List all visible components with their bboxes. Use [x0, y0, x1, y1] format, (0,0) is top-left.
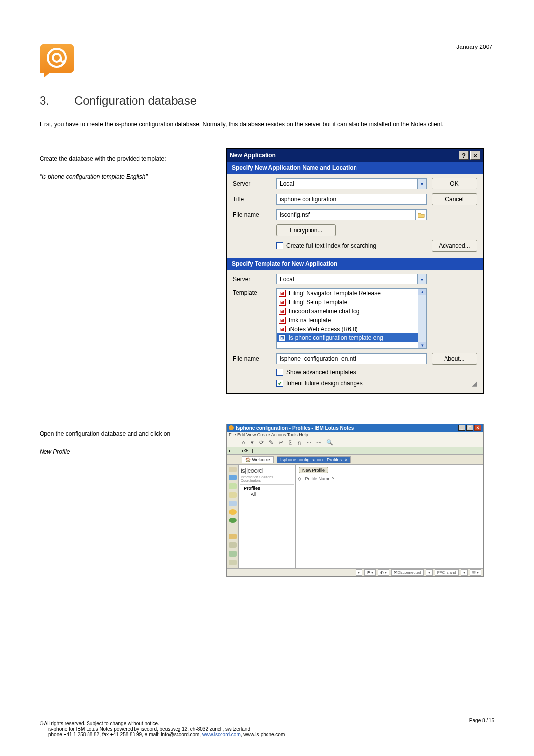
- title-input[interactable]: isphone configuration: [276, 194, 427, 205]
- iconbar-icon[interactable]: [229, 483, 237, 489]
- tab-close-icon[interactable]: ×: [345, 457, 347, 462]
- scrollbar[interactable]: ▴ ▾: [418, 289, 426, 348]
- template-server-dropdown[interactable]: Local ▾: [276, 274, 427, 284]
- footer-copyright: © All rights reserved. Subject to change…: [40, 721, 494, 726]
- about-button[interactable]: About...: [432, 353, 477, 365]
- new-application-dialog: New Application ? × Specify New Applicat…: [226, 148, 484, 394]
- template-icon: ⊞: [279, 290, 286, 297]
- iconbar-icon[interactable]: [229, 467, 237, 472]
- status-seg: ✉ ▾: [470, 569, 481, 576]
- template-name-text: "is-phone configuration template English…: [40, 172, 218, 181]
- document-date: January 2007: [456, 44, 492, 50]
- svg-point-1: [53, 54, 61, 62]
- lotus-side-panel: is||coord Information Solutions Coordina…: [239, 465, 296, 573]
- label-filename: File name: [233, 211, 271, 218]
- logo: [40, 44, 74, 78]
- template-row-selected[interactable]: ⊞is-phone configuration template eng: [277, 333, 426, 342]
- iconbar-icon[interactable]: [229, 551, 237, 556]
- status-seg: ▾: [461, 569, 468, 576]
- at-sign-icon: [45, 47, 68, 69]
- label-server-2: Server: [233, 276, 271, 283]
- template-server-value: Local: [277, 276, 417, 283]
- cancel-button[interactable]: Cancel: [432, 193, 477, 205]
- tab-config[interactable]: Isphone configuration - Profiles×: [277, 456, 351, 463]
- inherit-checkbox-row[interactable]: Inherit future design changes: [276, 380, 427, 387]
- template-icon: ⊞: [279, 308, 286, 315]
- fulltext-label: Create full text index for searching: [286, 242, 376, 249]
- iconbar-icon[interactable]: [229, 501, 237, 506]
- template-icon: ⊞: [279, 326, 286, 332]
- footer-line2: is-phone for IBM Lotus Notes powered by …: [40, 726, 494, 732]
- app-icon: [229, 425, 234, 430]
- close-icon[interactable]: ×: [474, 425, 481, 431]
- help-icon[interactable]: ?: [459, 151, 469, 160]
- template-row[interactable]: ⊞iNotes Web Access (R6.0): [277, 325, 426, 333]
- lotus-toolbar[interactable]: ⌂ ▾ ⟳ ✎ ✂ ⎘ ⎌ ⤺ ⤻ 🔍: [227, 438, 483, 447]
- side-all[interactable]: All: [240, 492, 294, 497]
- lotus-tabs: 🏠 Welcome Isphone configuration - Profil…: [227, 455, 483, 465]
- status-seg: ◐ ▾: [378, 569, 389, 576]
- folder-icon[interactable]: [415, 210, 426, 220]
- svg-point-0: [48, 49, 66, 67]
- minimize-icon[interactable]: _: [458, 425, 465, 431]
- close-icon[interactable]: ×: [470, 151, 480, 160]
- fulltext-checkbox-row[interactable]: Create full text index for searching: [276, 242, 427, 249]
- open-text: Open the configuration database and and …: [40, 429, 218, 438]
- side-profiles[interactable]: Profiles: [240, 485, 294, 492]
- template-row-label: fincoord sametime chat log: [289, 308, 359, 315]
- lotus-notes-screenshot: Isphone configuration - Profiles - IBM L…: [226, 424, 484, 577]
- lotus-title-text: Isphone configuration - Profiles - IBM L…: [236, 425, 354, 431]
- label-title: Title: [233, 196, 271, 203]
- checkbox-icon: [276, 369, 283, 376]
- lotus-iconbar[interactable]: [227, 465, 239, 573]
- iconbar-icon[interactable]: [229, 534, 237, 539]
- chevron-down-icon: ▾: [417, 179, 426, 189]
- advanced-button[interactable]: Advanced...: [432, 240, 477, 252]
- server-dropdown[interactable]: Local ▾: [276, 178, 427, 189]
- tab-welcome[interactable]: 🏠 Welcome: [242, 456, 274, 463]
- status-seg: ▾: [356, 569, 362, 576]
- lotus-menu-bar[interactable]: File Edit View Create Actions Tools Help: [227, 432, 483, 438]
- template-filename-input[interactable]: isphone_configuration_en.ntf: [276, 353, 427, 364]
- iconbar-icon[interactable]: [229, 492, 237, 498]
- footer-link[interactable]: www.iscoord.com: [202, 732, 241, 737]
- lotus-nav-bar[interactable]: ⟵ ⟶ ⟳ |: [227, 447, 483, 455]
- iconbar-icon[interactable]: [229, 518, 237, 523]
- template-row-label: is-phone configuration template eng: [289, 334, 383, 341]
- show-advanced-label: Show advanced templates: [286, 369, 356, 376]
- maximize-icon[interactable]: □: [466, 425, 473, 431]
- template-row[interactable]: ⊞Filing! Setup Template: [277, 298, 426, 307]
- ok-button[interactable]: OK: [432, 178, 477, 189]
- filename-input[interactable]: isconfig.nsf: [276, 209, 427, 220]
- lotus-title-bar: Isphone configuration - Profiles - IBM L…: [227, 424, 483, 432]
- iconbar-icon[interactable]: [229, 509, 237, 515]
- show-advanced-checkbox-row[interactable]: Show advanced templates: [276, 369, 427, 376]
- label-template: Template: [233, 288, 271, 296]
- iconbar-icon[interactable]: [229, 542, 237, 548]
- chevron-up-icon: ▴: [418, 289, 426, 295]
- brand-sub: Information Solutions Coordinators: [240, 475, 294, 485]
- iconbar-icon[interactable]: [229, 475, 237, 480]
- iconbar-icon[interactable]: [229, 560, 237, 565]
- footer: © All rights reserved. Subject to change…: [40, 721, 494, 737]
- checkbox-checked-icon: [276, 380, 283, 387]
- template-filename-value: isphone_configuration_en.ntf: [277, 355, 426, 362]
- column-header-label: Profile Name ^: [305, 476, 334, 481]
- column-header[interactable]: ◇ Profile Name ^: [296, 476, 483, 481]
- lotus-status-bar: ▾ ⚑ ▾ ◐ ▾ ✖ Disconnected ▾ FFC Island ▾ …: [227, 568, 483, 576]
- encryption-button[interactable]: Encryption...: [276, 224, 336, 236]
- new-profile-button[interactable]: New Profile: [299, 467, 328, 473]
- template-list[interactable]: ⊞Filing! Navigator Template Release ⊞Fil…: [276, 288, 427, 349]
- template-row[interactable]: ⊞Filing! Navigator Template Release: [277, 289, 426, 298]
- template-row[interactable]: ⊞fmk na template: [277, 316, 426, 325]
- inherit-label: Inherit future design changes: [286, 380, 363, 387]
- section-number: 3.: [40, 94, 74, 108]
- tab-welcome-label: Welcome: [252, 457, 270, 462]
- server-value: Local: [277, 180, 417, 187]
- dialog-title-bar: New Application ? ×: [227, 149, 483, 162]
- create-text: Create the database with the provided te…: [40, 154, 218, 163]
- resize-grip-icon: ◢: [432, 379, 477, 387]
- footer-line3: phone +41 1 258 88 82, fax +41 258 88 99…: [40, 732, 494, 737]
- template-row[interactable]: ⊞fincoord sametime chat log: [277, 307, 426, 316]
- section-title: Configuration database: [74, 94, 197, 107]
